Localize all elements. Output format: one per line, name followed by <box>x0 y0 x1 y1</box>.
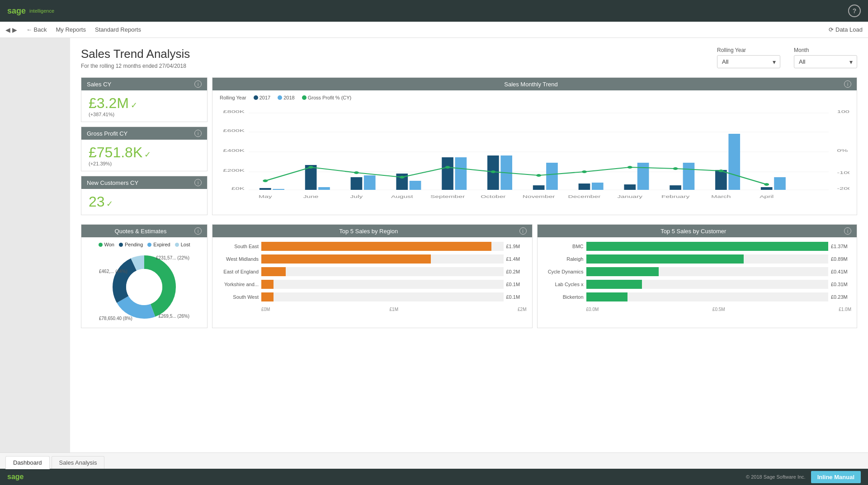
svg-text:100%: 100% <box>837 109 849 114</box>
svg-point-42 <box>445 166 450 169</box>
new-customers-value: 23 <box>89 193 105 210</box>
top5-customer-title: Top 5 Sales by Customer <box>543 228 844 235</box>
title-left: Sales Trend Analysis For the rolling 12 … <box>81 47 190 69</box>
new-customers-cy-header: New Customers CY i <box>81 176 207 189</box>
svg-rect-18 <box>442 157 453 190</box>
svg-point-40 <box>354 171 359 174</box>
svg-rect-25 <box>761 187 773 190</box>
quotes-title: Quotes & Estimates <box>87 228 194 235</box>
region-fill-2 <box>261 254 431 264</box>
sales-checkmark: ✓ <box>131 101 137 110</box>
region-label-1: South East <box>218 244 259 249</box>
new-customers-cy-info[interactable]: i <box>194 179 202 186</box>
back-button[interactable]: ← Back <box>26 26 47 33</box>
top5-region-info[interactable]: i <box>519 227 527 235</box>
rolling-year-select[interactable]: All <box>717 55 780 68</box>
svg-rect-36 <box>728 134 740 190</box>
legend-2018: 2018 <box>278 95 294 100</box>
top5-region-card: Top 5 Sales by Region i South East £1.9M <box>212 224 533 328</box>
customer-fill-3 <box>586 267 659 276</box>
legend-2018-dot <box>278 95 282 100</box>
standard-reports-link[interactable]: Standard Reports <box>95 26 141 33</box>
month-label: Month <box>794 47 809 53</box>
customer-axis-1: £0.5M <box>712 307 725 312</box>
region-row-5: South West £0.1M <box>218 292 527 301</box>
legend-lost-label: Lost <box>181 242 190 247</box>
donut-label-expired: £231,57... (22%) <box>156 255 189 260</box>
donut-legend: Won Pending Expired Lost <box>99 242 190 247</box>
legend-2017-dot <box>254 95 258 100</box>
customer-label-1: BMC <box>543 244 584 249</box>
sales-chart-header: Sales Monthly Trend i <box>212 78 857 90</box>
rolling-year-select-wrapper[interactable]: All <box>717 55 780 68</box>
month-select-wrapper[interactable]: All <box>794 55 857 68</box>
nav-prev[interactable]: ◀ <box>5 26 10 33</box>
tab-sales-analysis[interactable]: Sales Analysis <box>52 456 105 469</box>
region-label-2: West Midlands <box>218 256 259 262</box>
customer-track-2 <box>586 254 829 264</box>
sales-chart-info[interactable]: i <box>844 80 851 88</box>
region-row-3: East of England £0.2M <box>218 267 527 276</box>
svg-rect-16 <box>351 177 363 190</box>
inline-manual-button[interactable]: Inline Manual <box>811 471 861 483</box>
month-select[interactable]: All <box>794 55 857 68</box>
gross-profit-cy-info[interactable]: i <box>194 130 202 137</box>
legend-won-label: Won <box>104 242 114 247</box>
rolling-year-filter: Rolling Year All <box>717 47 780 68</box>
nav-arrows: ◀ ▶ <box>5 26 17 33</box>
sales-chart-title: Sales Monthly Trend <box>218 81 844 88</box>
svg-point-48 <box>718 170 723 172</box>
sales-cy-title: Sales CY <box>87 81 111 88</box>
svg-text:January: January <box>618 195 643 199</box>
svg-text:May: May <box>259 195 272 199</box>
title-section: Sales Trend Analysis For the rolling 12 … <box>81 47 857 69</box>
legend-expired-dot <box>147 243 151 247</box>
content-panel: Sales Trend Analysis For the rolling 12 … <box>70 38 868 452</box>
donut-svg <box>99 251 189 323</box>
chart-legend: Rolling Year 2017 2018 Gross Profit % (C… <box>220 95 849 100</box>
sales-cy-info[interactable]: i <box>194 80 202 88</box>
svg-text:£0K: £0K <box>231 186 245 191</box>
svg-rect-14 <box>259 188 271 190</box>
nav-next[interactable]: ▶ <box>12 26 17 33</box>
region-fill-4 <box>261 280 274 289</box>
legend-lost-dot <box>175 243 179 247</box>
svg-text:July: July <box>350 195 363 199</box>
customer-row-5: Bickerton £0.23M <box>543 292 852 301</box>
app-logo: sage intelligence <box>7 6 54 16</box>
region-track-1 <box>261 242 504 251</box>
region-axis-1: £1M <box>390 307 398 312</box>
region-val-1: £1.9M <box>506 244 527 249</box>
my-reports-link[interactable]: My Reports <box>56 26 86 33</box>
svg-text:£600K: £600K <box>223 128 245 133</box>
customer-track-4 <box>586 280 829 289</box>
help-button[interactable]: ? <box>848 5 861 17</box>
customer-label-5: Bickerton <box>543 294 584 300</box>
app-subtitle: intelligence <box>29 8 54 14</box>
new-customers-cy-title: New Customers CY <box>87 179 138 186</box>
region-val-4: £0.1M <box>506 282 527 287</box>
region-row-2: West Midlands £1.4M <box>218 254 527 264</box>
sales-cy-header: Sales CY i <box>81 78 207 90</box>
svg-rect-29 <box>410 181 421 190</box>
region-track-4 <box>261 280 504 289</box>
svg-rect-27 <box>318 187 330 190</box>
gross-profit-value: £751.8K <box>89 144 142 160</box>
customer-label-3: Cycle Dynamics <box>543 269 584 274</box>
region-label-5: South West <box>218 294 259 300</box>
top5-customer-info[interactable]: i <box>844 227 851 235</box>
customer-val-4: £0.31M <box>831 282 851 287</box>
svg-point-45 <box>582 170 587 173</box>
monthly-trend-svg: £800K £600K £400K £200K £0K 100% 0% -100… <box>220 104 849 203</box>
top5-region-title: Top 5 Sales by Region <box>218 228 519 235</box>
svg-point-41 <box>400 176 405 179</box>
data-load-button[interactable]: ⟳ Data Load <box>829 26 863 33</box>
legend-expired: Expired <box>147 242 170 247</box>
customer-fill-2 <box>586 254 744 264</box>
donut-wrapper: £231,57... (22%) £462,... (44%) £269,5..… <box>99 251 189 323</box>
legend-won: Won <box>99 242 114 247</box>
new-customers-cy-value: 23 ✓ <box>89 193 200 210</box>
svg-text:November: November <box>523 195 555 199</box>
tab-dashboard[interactable]: Dashboard <box>5 456 50 469</box>
quotes-info[interactable]: i <box>194 227 202 235</box>
